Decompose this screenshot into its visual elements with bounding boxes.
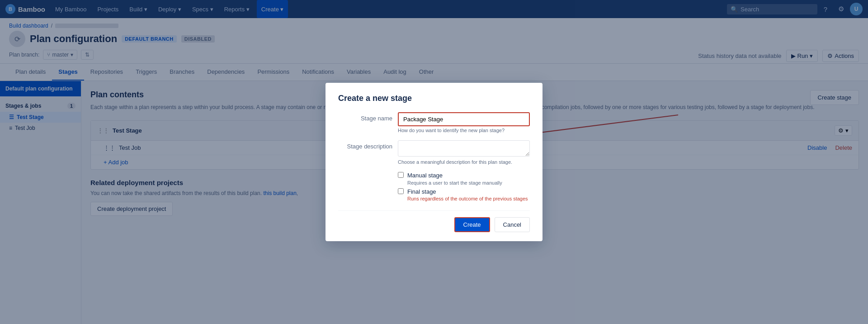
modal-cancel-button[interactable]: Cancel [495, 217, 530, 232]
stage-desc-hint: Choose a meaningful description for this… [398, 159, 530, 165]
stage-name-field: How do you want to identify the new plan… [398, 112, 530, 133]
stage-name-hint: How do you want to identify the new plan… [398, 128, 530, 133]
manual-stage-label-group: Manual stage Requires a user to start th… [407, 172, 502, 186]
stage-name-row: Stage name How do you want to identify t… [338, 112, 530, 133]
modal-footer: Create Cancel [338, 210, 530, 232]
modal-create-button[interactable]: Create [454, 217, 490, 232]
manual-stage-hint: Requires a user to start the stage manua… [407, 180, 502, 186]
modal-title: Create a new stage [338, 94, 530, 103]
stage-name-input[interactable] [398, 112, 530, 126]
manual-stage-label[interactable]: Manual stage [407, 172, 443, 179]
stage-desc-field: Choose a meaningful description for this… [398, 140, 530, 165]
final-stage-row: Final stage Runs regardless of the outco… [398, 188, 530, 201]
final-stage-label[interactable]: Final stage [407, 188, 436, 195]
create-stage-modal: Create a new stage Stage name How do you… [326, 83, 542, 241]
modal-overlay[interactable]: Create a new stage Stage name How do you… [0, 0, 868, 324]
stage-desc-label: Stage description [338, 140, 392, 150]
final-stage-checkbox[interactable] [398, 188, 404, 194]
manual-stage-row: Manual stage Requires a user to start th… [398, 172, 530, 186]
manual-stage-checkbox[interactable] [398, 172, 404, 178]
stage-desc-row: Stage description Choose a meaningful de… [338, 140, 530, 165]
stage-desc-input[interactable] [398, 140, 530, 157]
final-stage-hint: Runs regardless of the outcome of the pr… [407, 196, 528, 201]
stage-name-label: Stage name [338, 112, 392, 122]
final-stage-label-group: Final stage Runs regardless of the outco… [407, 188, 528, 201]
